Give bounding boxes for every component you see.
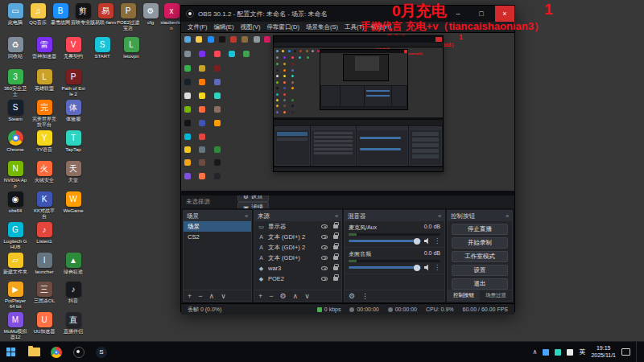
desktop-icon[interactable]: ◉obs64	[3, 191, 27, 214]
sources-toolbar-icon[interactable]: ∧	[293, 292, 299, 300]
source-item[interactable]: ▭显示器	[254, 221, 341, 232]
desktop-icon[interactable]: Chrome	[3, 130, 27, 153]
tray-expand-icon[interactable]: ∧	[533, 348, 538, 356]
control-button[interactable]: 开始录制	[452, 237, 508, 249]
show-desktop-button[interactable]	[636, 342, 639, 362]
desktop-icon[interactable]: ♪Listen1	[32, 222, 56, 245]
menu-item[interactable]: 帮助(H)	[368, 23, 394, 31]
lock-icon[interactable]	[333, 256, 338, 260]
taskbar-obs[interactable]	[68, 342, 90, 362]
desktop-icon[interactable]: WWeGame	[61, 191, 85, 214]
taskbar-explorer[interactable]	[23, 342, 45, 362]
desktop-icon[interactable]: 体体验服	[61, 100, 85, 122]
source-item[interactable]: A文本 (GDI+) 2	[254, 242, 341, 253]
desktop-icon[interactable]: 雷雷神加速器	[32, 37, 56, 60]
maximize-button[interactable]: □	[472, 6, 491, 22]
menu-item[interactable]: 场景集合(S)	[303, 23, 341, 31]
control-button[interactable]: 设置	[452, 265, 508, 276]
desktop-icon[interactable]: ♪抖音	[61, 282, 85, 304]
scene-item[interactable]: 场景	[184, 221, 251, 232]
mixer-toolbar-icon[interactable]: ⋮	[361, 292, 369, 300]
channel-options-icon[interactable]: ⋮	[434, 264, 440, 271]
dock-menu-icon[interactable]: ≡	[245, 213, 248, 219]
dock-tab[interactable]: 控制按钮	[448, 290, 480, 301]
channel-options-icon[interactable]: ⋮	[434, 237, 440, 245]
desktop-icon[interactable]: YYY语音	[32, 130, 56, 153]
source-item[interactable]: ◆war3	[254, 263, 341, 274]
source-item[interactable]: A文本 (GDI+)	[254, 253, 341, 263]
language-indicator[interactable]: 英	[579, 348, 585, 356]
desktop-icon[interactable]: 直直播伴侣	[61, 312, 85, 335]
desktop-icon[interactable]: UUU加速器	[32, 312, 56, 335]
menu-item[interactable]: 编辑(E)	[211, 23, 237, 31]
desktop-icon[interactable]: NNVIDIA App	[3, 161, 27, 189]
desktop-icon[interactable]: 火火绒安全	[32, 161, 56, 183]
sources-toolbar-icon[interactable]: ⚙	[280, 292, 287, 300]
scenes-toolbar-icon[interactable]: +	[188, 292, 192, 300]
visibility-eye-icon[interactable]	[321, 277, 328, 281]
mixer-toolbar-icon[interactable]: ⚙	[349, 292, 355, 300]
desktop-icon[interactable]: 完完美世界竞技平台	[32, 100, 56, 128]
lock-icon[interactable]	[333, 277, 338, 281]
menu-item[interactable]: 停靠窗口(D)	[264, 23, 303, 31]
desktop-icon[interactable]: llauncher	[32, 253, 56, 275]
action-center-icon[interactable]	[621, 348, 630, 356]
tray-app-icon[interactable]	[543, 349, 549, 356]
desktop-icon[interactable]: GLogitech G HUB	[3, 222, 27, 250]
obs-titlebar[interactable]: OBS 30.1.2 - 配置文件: 未命名 - 场景: 未命名 – □ ×	[181, 6, 514, 22]
desktop-icon[interactable]: KKK对战平台	[32, 191, 56, 220]
volume-slider[interactable]	[349, 240, 421, 242]
menu-item[interactable]: 视图(V)	[237, 23, 264, 31]
clock[interactable]: 19:15 2025/11/1	[591, 345, 616, 360]
desktop-icon[interactable]: 天天堂	[61, 161, 85, 183]
desktop-icon[interactable]: TTapTap	[61, 130, 85, 153]
control-button[interactable]: 退出	[452, 278, 508, 290]
dock-tab[interactable]: 场景过渡	[480, 290, 512, 301]
visibility-eye-icon[interactable]	[321, 224, 328, 228]
lock-icon[interactable]	[333, 224, 338, 228]
scene-item[interactable]: CS2	[184, 232, 251, 242]
control-button[interactable]: 工作室模式	[452, 251, 508, 262]
scenes-toolbar-icon[interactable]: ∧	[209, 292, 215, 300]
tray-app-icon[interactable]	[567, 349, 573, 356]
dock-menu-icon[interactable]: ≡	[506, 213, 509, 219]
desktop-icon[interactable]: ♫QQ音乐	[26, 3, 50, 26]
desktop-icon[interactable]: 3360安全卫士	[3, 69, 27, 97]
control-button[interactable]: 停止直播	[452, 224, 508, 235]
scenes-toolbar-icon[interactable]: ∨	[221, 292, 226, 300]
start-button[interactable]	[0, 342, 23, 362]
source-item[interactable]: ◆POE2	[254, 274, 341, 284]
sources-toolbar-icon[interactable]: ∨	[304, 292, 310, 300]
desktop-icon[interactable]: ▶PotPlayer 64 bit	[3, 282, 27, 310]
desktop-icon[interactable]: 易易联-farm	[93, 3, 118, 26]
desktop-icon[interactable]: L英雄联盟	[32, 69, 56, 92]
minimize-button[interactable]: –	[448, 6, 468, 22]
desktop-icon[interactable]: MMuMu模拟器12	[3, 312, 27, 340]
desktop-icon[interactable]: ♻回收站	[3, 37, 27, 60]
desktop-icon[interactable]: ▭此电脑	[3, 3, 27, 26]
lock-icon[interactable]	[333, 245, 338, 249]
scenes-toolbar-icon[interactable]: −	[198, 292, 202, 300]
taskbar-steam[interactable]: S	[90, 342, 113, 362]
source-item[interactable]: A文本 (GDI+) 2	[254, 232, 341, 242]
menu-item[interactable]: 工具(T)	[341, 23, 368, 31]
speaker-icon[interactable]	[424, 238, 431, 245]
desktop-icon[interactable]: ▲绿色征途	[61, 253, 85, 275]
close-button[interactable]: ×	[495, 6, 514, 22]
volume-slider[interactable]	[349, 266, 421, 269]
lock-icon[interactable]	[333, 266, 338, 270]
desktop-icon[interactable]: SSteam	[3, 100, 27, 122]
dock-menu-icon[interactable]: ≡	[438, 213, 441, 219]
desktop-icon[interactable]: V无畏契约	[61, 37, 85, 60]
speaker-icon[interactable]	[424, 265, 431, 271]
lock-icon[interactable]	[333, 235, 338, 239]
desktop-icon[interactable]: ▱新建文件夹	[3, 253, 27, 275]
desktop-icon[interactable]: SSTART	[90, 37, 114, 60]
visibility-eye-icon[interactable]	[321, 256, 328, 260]
menu-item[interactable]: 文件(F)	[184, 23, 211, 31]
dock-menu-icon[interactable]: ≡	[335, 213, 338, 219]
sources-toolbar-icon[interactable]: +	[258, 292, 262, 300]
desktop-icon[interactable]: PPath of Exile 2	[61, 69, 85, 97]
visibility-eye-icon[interactable]	[321, 266, 328, 270]
obs-preview-canvas[interactable]: 0月充电 1 手游代言 充电+v（tiancaishaonian3） 0月充电 …	[181, 33, 514, 195]
